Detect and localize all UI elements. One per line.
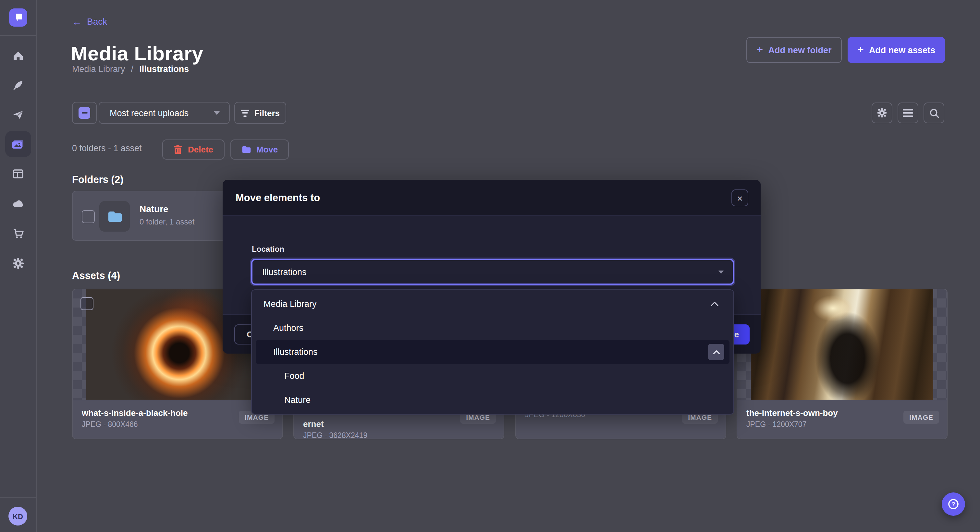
dropdown-option-media-library[interactable]: Media Library: [256, 292, 729, 316]
dropdown-option-nature[interactable]: Nature: [256, 388, 729, 412]
help-icon: ?: [947, 498, 960, 511]
back-link[interactable]: ← Back: [72, 16, 107, 27]
sidebar-item-content-type-builder[interactable]: [5, 161, 31, 187]
option-label: Illustrations: [273, 347, 318, 357]
plus-icon: +: [757, 44, 763, 55]
filters-label: Filters: [255, 108, 280, 118]
breadcrumb: Media Library / Illustrations: [72, 64, 189, 74]
dropdown-option-authors[interactable]: Authors: [256, 316, 729, 340]
sidebar: KD: [0, 0, 37, 532]
asset-card-internets-own-boy[interactable]: the-internet-s-own-boy JPEG - 1200X707 I…: [737, 289, 948, 439]
close-button[interactable]: ×: [732, 189, 748, 206]
sidebar-item-marketplace[interactable]: [5, 221, 31, 246]
library-image: [751, 289, 933, 401]
page-title: Media Library: [71, 42, 203, 65]
sort-value: Most recent uploads: [110, 108, 189, 118]
chevron-down-icon: [718, 270, 724, 273]
dropdown-option-food[interactable]: Food: [256, 364, 729, 388]
chevron-up-icon: [712, 349, 720, 354]
asset-type-badge: IMAGE: [904, 411, 939, 424]
folder-checkbox[interactable]: [82, 210, 95, 223]
indeterminate-checkbox-icon: [78, 107, 90, 119]
send-icon: [12, 108, 25, 121]
gear-icon: [12, 257, 25, 270]
search-icon: [928, 107, 939, 118]
back-label: Back: [87, 16, 107, 27]
asset-thumbnail: [737, 289, 947, 401]
chevron-up-icon[interactable]: [710, 301, 719, 307]
chevron-down-icon: [213, 111, 220, 115]
move-label: Move: [256, 145, 278, 154]
folder-icon: [242, 145, 251, 154]
delete-label: Delete: [188, 145, 213, 154]
asset-meta: JPEG - 3628X2419: [303, 432, 495, 439]
folders-heading: Folders (2): [72, 174, 123, 186]
sidebar-item-releases[interactable]: [5, 102, 31, 128]
layout-icon: [12, 167, 25, 180]
add-new-folder-button[interactable]: + Add new folder: [746, 37, 842, 63]
filter-icon: [241, 109, 249, 116]
option-label: Nature: [284, 395, 310, 405]
sidebar-item-content-manager[interactable]: [5, 72, 31, 98]
location-select[interactable]: Illustrations: [251, 259, 734, 285]
sidebar-item-deploy[interactable]: [5, 191, 31, 217]
close-icon: ×: [737, 193, 743, 203]
add-folder-label: Add new folder: [768, 45, 831, 55]
dialog-title: Move elements to: [235, 192, 320, 204]
location-dropdown: Media Library Authors Illustrations Food…: [251, 289, 734, 414]
breadcrumb-separator: /: [131, 64, 134, 74]
app-root: KD ← Back Media Library Media Library / …: [0, 0, 980, 532]
strapi-logo[interactable]: [9, 8, 27, 27]
asset-checkbox[interactable]: [81, 297, 94, 310]
folder-tile: [99, 201, 130, 232]
back-arrow-icon: ←: [72, 17, 82, 26]
plus-icon: +: [858, 44, 864, 55]
collapse-toggle-button[interactable]: [708, 344, 724, 360]
filters-button[interactable]: Filters: [234, 102, 286, 124]
feather-icon: [12, 78, 25, 92]
breadcrumb-current: Illustrations: [139, 64, 189, 74]
user-avatar[interactable]: KD: [8, 507, 27, 526]
trash-icon: [173, 145, 183, 154]
folder-icon: [107, 210, 123, 223]
assets-heading: Assets (4): [72, 270, 120, 281]
option-label: Food: [284, 371, 304, 381]
location-label: Location: [252, 245, 284, 254]
sidebar-item-media-library[interactable]: [5, 131, 31, 157]
sort-select[interactable]: Most recent uploads: [99, 102, 230, 124]
dialog-header: Move elements to ×: [223, 180, 760, 216]
delete-button[interactable]: Delete: [162, 140, 224, 160]
option-label: Authors: [273, 323, 304, 333]
help-button[interactable]: ?: [942, 492, 965, 516]
strapi-logo-icon: [13, 12, 23, 23]
location-value: Illustrations: [262, 267, 307, 277]
cloud-icon: [12, 197, 25, 210]
asset-card-footer: the-internet-s-own-boy JPEG - 1200X707 I…: [737, 400, 947, 438]
add-assets-label: Add new assets: [869, 45, 935, 55]
dropdown-option-illustrations[interactable]: Illustrations: [256, 340, 729, 364]
svg-text:?: ?: [951, 501, 955, 508]
list-view-button[interactable]: [897, 103, 918, 123]
sidebar-divider: [0, 35, 37, 36]
settings-icon: [876, 107, 888, 119]
search-button[interactable]: [924, 103, 944, 123]
selection-summary: 0 folders - 1 asset: [72, 143, 142, 153]
home-icon: [12, 49, 25, 62]
media-library-icon: [11, 137, 25, 151]
move-button[interactable]: Move: [231, 140, 289, 160]
add-new-assets-button[interactable]: + Add new assets: [848, 37, 945, 63]
view-settings-button[interactable]: [872, 103, 892, 123]
select-all-checkbox[interactable]: [72, 102, 97, 124]
sidebar-divider: [0, 497, 37, 498]
sidebar-item-settings[interactable]: [5, 251, 31, 276]
list-icon: [903, 108, 913, 118]
sidebar-item-home[interactable]: [5, 43, 31, 69]
option-label: Media Library: [264, 299, 317, 309]
folder-meta: 0 folder, 1 asset: [140, 218, 194, 226]
folder-name: Nature: [140, 204, 169, 214]
cart-icon: [12, 227, 25, 240]
breadcrumb-root[interactable]: Media Library: [72, 64, 125, 74]
